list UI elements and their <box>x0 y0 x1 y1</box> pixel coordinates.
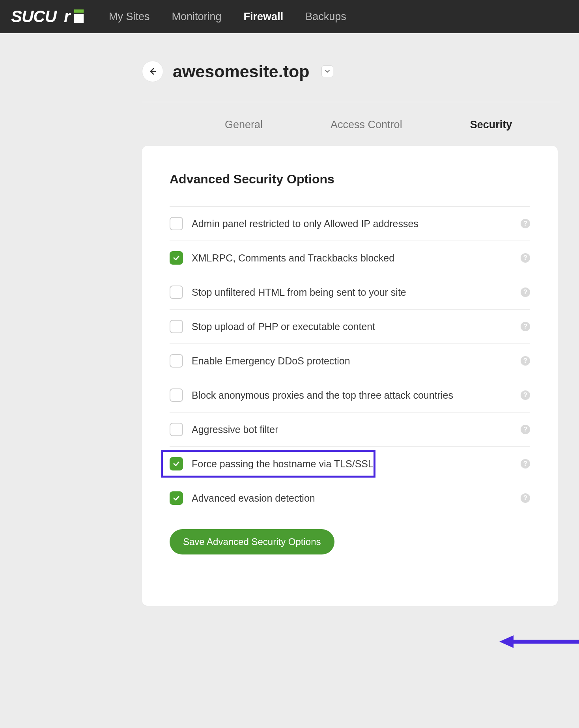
option-row: Stop upload of PHP or executable content… <box>170 309 530 343</box>
brand-logo: SUCU r <box>11 8 85 25</box>
help-icon[interactable]: ? <box>521 425 530 434</box>
option-row: Admin panel restricted to only Allowed I… <box>170 206 530 241</box>
security-options-card: Advanced Security Options Admin panel re… <box>142 146 558 606</box>
option-row: Force passing the hostname via TLS/SSL? <box>170 446 530 481</box>
nav-my-sites[interactable]: My Sites <box>109 11 150 23</box>
option-row: Aggressive bot filter? <box>170 412 530 446</box>
back-button[interactable] <box>142 61 163 82</box>
option-checkbox[interactable] <box>170 251 183 265</box>
tab-access-control[interactable]: Access Control <box>331 119 402 131</box>
tab-security[interactable]: Security <box>470 119 512 131</box>
help-icon[interactable]: ? <box>521 356 530 366</box>
option-row: Block anonymous proxies and the top thre… <box>170 378 530 412</box>
option-label: Stop upload of PHP or executable content <box>192 321 521 332</box>
tab-general[interactable]: General <box>225 119 263 131</box>
check-icon <box>172 460 180 468</box>
option-checkbox[interactable] <box>170 457 183 470</box>
nav-monitoring[interactable]: Monitoring <box>172 11 222 23</box>
option-checkbox[interactable] <box>170 423 183 436</box>
option-label: Stop unfiltered HTML from being sent to … <box>192 287 521 298</box>
svg-text:SUCU: SUCU <box>11 8 58 25</box>
help-icon[interactable]: ? <box>521 253 530 263</box>
option-checkbox[interactable] <box>170 217 183 230</box>
caret-down-icon <box>325 70 330 73</box>
option-label: Admin panel restricted to only Allowed I… <box>192 218 521 230</box>
help-icon[interactable]: ? <box>521 390 530 400</box>
svg-marker-6 <box>499 635 514 648</box>
page-header: awesomesite.top General Access Control S… <box>142 33 560 146</box>
nav-firewall[interactable]: Firewall <box>244 11 284 23</box>
option-label: Force passing the hostname via TLS/SSL <box>192 458 521 470</box>
annotation-arrow-icon <box>499 634 579 650</box>
help-icon[interactable]: ? <box>521 287 530 297</box>
option-checkbox[interactable] <box>170 491 183 505</box>
option-label: Block anonymous proxies and the top thre… <box>192 390 521 401</box>
nav-backups[interactable]: Backups <box>305 11 346 23</box>
option-checkbox[interactable] <box>170 320 183 333</box>
option-row: Enable Emergency DDoS protection? <box>170 343 530 378</box>
option-label: Advanced evasion detection <box>192 493 521 504</box>
arrow-left-icon <box>149 67 157 75</box>
option-checkbox[interactable] <box>170 388 183 402</box>
option-label: Aggressive bot filter <box>192 424 521 435</box>
primary-nav: My Sites Monitoring Firewall Backups <box>109 11 346 23</box>
help-icon[interactable]: ? <box>521 459 530 469</box>
help-icon[interactable]: ? <box>521 322 530 331</box>
svg-rect-2 <box>74 9 84 13</box>
top-navbar: SUCU r My Sites Monitoring Firewall Back… <box>0 0 579 33</box>
option-checkbox[interactable] <box>170 286 183 299</box>
help-icon[interactable]: ? <box>521 493 530 503</box>
option-row: XMLRPC, Comments and Trackbacks blocked? <box>170 241 530 275</box>
check-icon <box>172 494 180 502</box>
option-label: XMLRPC, Comments and Trackbacks blocked <box>192 252 521 264</box>
site-name: awesomesite.top <box>173 62 310 81</box>
help-icon[interactable]: ? <box>521 219 530 228</box>
options-list: Admin panel restricted to only Allowed I… <box>170 206 530 515</box>
site-switcher-button[interactable] <box>321 65 333 77</box>
save-button[interactable]: Save Advanced Security Options <box>170 529 334 554</box>
option-row: Advanced evasion detection? <box>170 481 530 515</box>
svg-text:r: r <box>64 8 71 25</box>
svg-rect-3 <box>74 14 84 23</box>
option-checkbox[interactable] <box>170 354 183 368</box>
option-row: Stop unfiltered HTML from being sent to … <box>170 275 530 309</box>
section-title: Advanced Security Options <box>170 172 530 187</box>
section-tabs: General Access Control Security HTTPS/SS… <box>142 102 560 146</box>
check-icon <box>172 254 180 262</box>
option-label: Enable Emergency DDoS protection <box>192 355 521 367</box>
